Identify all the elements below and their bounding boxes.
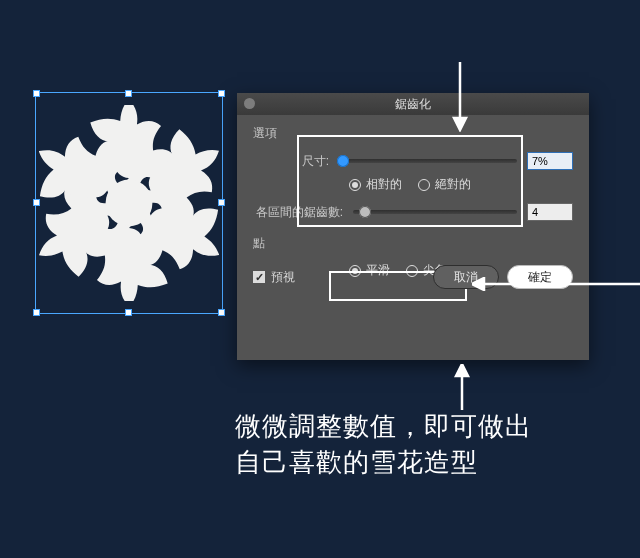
radio-absolute-label: 絕對的: [435, 176, 471, 193]
svg-marker-2: [454, 118, 466, 130]
handle-bm[interactable]: [125, 309, 132, 316]
canvas-selection: [36, 93, 222, 313]
size-slider[interactable]: [339, 159, 517, 163]
handle-br[interactable]: [218, 309, 225, 316]
preview-checkbox[interactable]: ✓ 預視: [253, 269, 295, 286]
size-mode-radios: 相對的 絕對的: [349, 176, 573, 193]
handle-mr[interactable]: [218, 199, 225, 206]
caption-text: 微微調整數值，即可做出 自己喜歡的雪花造型: [235, 409, 532, 481]
close-icon[interactable]: [244, 98, 255, 109]
size-slider-thumb[interactable]: [337, 155, 349, 167]
size-value-input[interactable]: [527, 152, 573, 170]
dialog-titlebar[interactable]: 鋸齒化: [237, 93, 589, 115]
zigzag-dialog: 鋸齒化 選項 尺寸: 相對的 絕對的 各區間的鋸齒數:: [237, 93, 589, 360]
size-label: 尺寸:: [253, 153, 339, 170]
arrow-up-icon: [452, 364, 472, 410]
caption-line2: 自己喜歡的雪花造型: [235, 445, 532, 481]
ridges-slider[interactable]: [353, 210, 517, 214]
svg-point-0: [106, 180, 153, 227]
preview-label: 預視: [271, 269, 295, 286]
radio-icon: [349, 179, 361, 191]
handle-tr[interactable]: [218, 90, 225, 97]
ridges-slider-thumb[interactable]: [359, 206, 371, 218]
handle-tl[interactable]: [33, 90, 40, 97]
check-icon: ✓: [253, 271, 265, 283]
svg-marker-6: [456, 364, 468, 376]
radio-relative[interactable]: 相對的: [349, 176, 402, 193]
ridges-label: 各區間的鋸齒數:: [253, 204, 353, 221]
arrow-down-icon: [450, 62, 470, 132]
section-points-label: 點: [253, 235, 573, 252]
dialog-title: 鋸齒化: [395, 97, 431, 111]
snowflake-shape: [39, 105, 219, 301]
handle-tm[interactable]: [125, 90, 132, 97]
caption-line1: 微微調整數值，即可做出: [235, 409, 532, 445]
arrow-left-icon: [472, 277, 640, 291]
ridges-row: 各區間的鋸齒數:: [253, 203, 573, 221]
section-options-label: 選項: [253, 125, 573, 142]
handle-bl[interactable]: [33, 309, 40, 316]
ridges-value-input[interactable]: [527, 203, 573, 221]
svg-marker-4: [472, 278, 484, 290]
radio-relative-label: 相對的: [366, 176, 402, 193]
radio-absolute[interactable]: 絕對的: [418, 176, 471, 193]
radio-icon: [418, 179, 430, 191]
size-row: 尺寸:: [253, 152, 573, 170]
